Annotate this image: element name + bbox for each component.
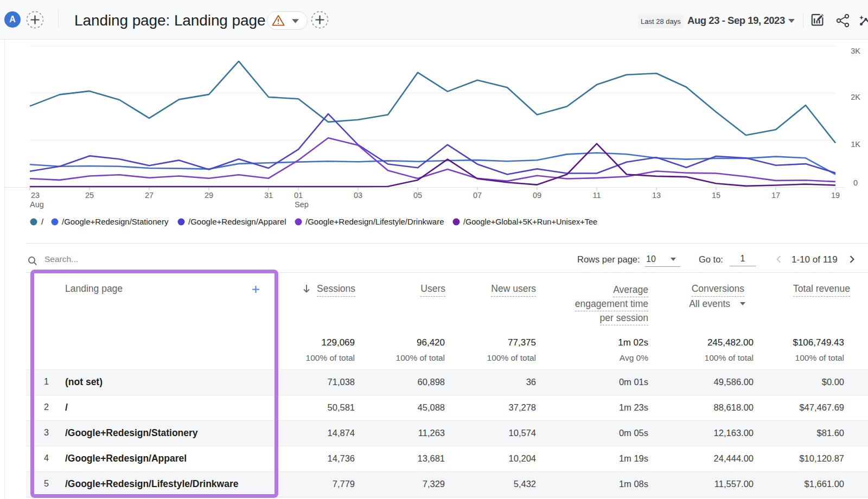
svg-text:17: 17 <box>771 191 780 200</box>
svg-text:/Google+Redesign/Lifestyle/Dri: /Google+Redesign/Lifestyle/Drinkware <box>305 217 444 226</box>
svg-text:/Google+Global+5K+Run+Unisex+T: /Google+Global+5K+Run+Unisex+Tee <box>463 217 597 226</box>
svg-text:05: 05 <box>413 191 422 200</box>
svg-text:2K: 2K <box>851 93 860 101</box>
svg-text:23: 23 <box>31 191 40 200</box>
svg-text:/: / <box>41 217 44 226</box>
svg-text:27: 27 <box>145 191 154 200</box>
svg-text:25: 25 <box>85 191 94 200</box>
svg-text:11: 11 <box>592 191 601 200</box>
svg-text:Sep: Sep <box>295 200 309 209</box>
svg-text:07: 07 <box>473 191 482 200</box>
svg-text:0: 0 <box>853 178 858 187</box>
svg-text:19: 19 <box>831 191 840 200</box>
svg-text:29: 29 <box>205 191 213 200</box>
svg-text:Aug: Aug <box>30 200 44 209</box>
svg-text:/Google+Redesign/Stationery: /Google+Redesign/Stationery <box>62 217 169 226</box>
svg-text:09: 09 <box>533 191 541 200</box>
svg-text:15: 15 <box>712 191 720 200</box>
svg-text:01: 01 <box>294 191 303 200</box>
svg-text:31: 31 <box>264 191 273 200</box>
svg-text:13: 13 <box>652 191 661 200</box>
svg-text:/Google+Redesign/Apparel: /Google+Redesign/Apparel <box>188 217 286 226</box>
svg-text:3K: 3K <box>851 47 860 55</box>
svg-text:1K: 1K <box>851 140 860 149</box>
svg-text:03: 03 <box>354 191 362 200</box>
